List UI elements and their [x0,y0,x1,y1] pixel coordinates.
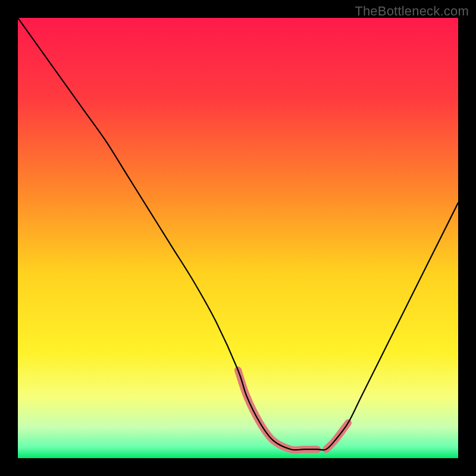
watermark-label: TheBottleneck.com [355,4,469,19]
bottleneck-curve [18,18,458,450]
plot-area [18,18,458,458]
chart-frame: TheBottleneck.com [0,0,476,476]
curve-layer [18,18,458,458]
highlight-valley-left [238,370,317,450]
